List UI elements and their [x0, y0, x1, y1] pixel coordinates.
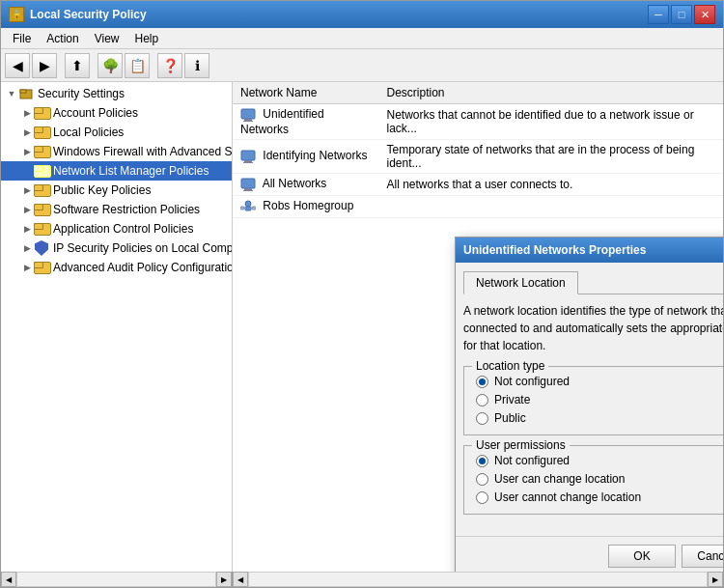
tree-root-label: Security Settings: [38, 87, 125, 100]
tree-label: Public Key Policies: [53, 183, 151, 197]
radio-public[interactable]: Public: [476, 411, 723, 425]
menu-help[interactable]: Help: [127, 30, 167, 47]
expand-icon: ▶: [20, 222, 34, 236]
title-bar: 🔒 Local Security Policy ─ □ ✕: [1, 1, 723, 28]
menu-action[interactable]: Action: [39, 30, 86, 47]
tree-label: Account Policies: [53, 106, 138, 120]
radio-label: Not configured: [494, 454, 570, 467]
col-header-description: Description: [379, 82, 724, 104]
view-button[interactable]: 📋: [125, 53, 150, 78]
net-icon: [240, 149, 256, 164]
dialog-tab-bar: Network Location: [463, 270, 723, 294]
network-name-cell: Identifying Networks: [233, 140, 379, 174]
location-type-label: Location type: [472, 359, 548, 373]
dialog-title-text: Unidentified Networks Properties: [463, 243, 723, 257]
user-permissions-group: User permissions Not configured User can…: [463, 445, 723, 515]
radio-circle: [476, 412, 488, 425]
tree-item-ip-security[interactable]: ▶ IP Security Policies on Local Compute.…: [1, 238, 232, 258]
tree-item-public-key[interactable]: ▶ Public Key Policies: [1, 181, 232, 200]
tree-label: IP Security Policies on Local Compute...: [53, 241, 233, 255]
show-hide-tree-button[interactable]: 🌳: [97, 53, 123, 78]
cancel-button[interactable]: Cancel: [682, 545, 723, 568]
root-icon: [18, 86, 34, 101]
radio-circle: [476, 394, 488, 406]
radio-private[interactable]: Private: [476, 393, 723, 406]
tab-network-location[interactable]: Network Location: [463, 271, 578, 294]
network-name: All Networks: [263, 177, 327, 190]
tree-label: Advanced Audit Policy Configuration: [53, 261, 233, 274]
dialog-footer: OK Cancel Apply: [456, 536, 723, 572]
scroll-right-button-right[interactable]: ▶: [708, 572, 723, 587]
dialog-description: A network location identifies the type o…: [463, 302, 723, 354]
tree-item-audit-policy[interactable]: ▶ Advanced Audit Policy Configuration: [1, 258, 232, 277]
right-panel: Network Name Description: [233, 82, 723, 572]
info-button[interactable]: ℹ: [184, 53, 209, 78]
radio-not-configured-perm[interactable]: Not configured: [476, 454, 723, 467]
expand-icon: [20, 164, 34, 178]
expand-icon: ▶: [20, 106, 34, 120]
folder-icon: [34, 163, 49, 179]
tree-item-windows-firewall[interactable]: ▶ Windows Firewall with Advanced Secu...: [1, 142, 232, 161]
expand-icon: ▶: [20, 241, 34, 255]
scroll-right-button[interactable]: ▶: [216, 572, 232, 587]
radio-circle: [476, 455, 488, 467]
expand-icon: ▶: [20, 261, 34, 274]
network-desc-cell: Temporary state of networks that are in …: [379, 140, 724, 174]
tree-item-network-list[interactable]: Network List Manager Policies: [1, 161, 232, 181]
scroll-left-button[interactable]: ◀: [1, 572, 16, 587]
net-icon: [240, 107, 256, 123]
svg-rect-8: [241, 179, 255, 188]
radio-circle: [476, 473, 488, 486]
radio-not-configured-location[interactable]: Not configured: [476, 375, 723, 388]
radio-user-can-change[interactable]: User can change location: [476, 472, 723, 486]
svg-point-11: [245, 201, 251, 207]
help-button[interactable]: ❓: [157, 53, 182, 78]
dialog-body: Network Location A network location iden…: [456, 263, 723, 532]
expand-icon: ▶: [20, 183, 34, 197]
back-button[interactable]: ◀: [5, 53, 30, 78]
network-desc-cell: All networks that a user connects to.: [379, 174, 724, 196]
window-controls: ─ □ ✕: [648, 5, 715, 24]
menu-bar: File Action View Help: [1, 28, 723, 49]
close-button[interactable]: ✕: [694, 5, 715, 24]
ok-button[interactable]: OK: [608, 545, 676, 568]
minimize-button[interactable]: ─: [648, 5, 669, 24]
forward-button[interactable]: ▶: [32, 53, 57, 78]
up-button[interactable]: ⬆: [65, 53, 90, 78]
horizontal-scrollbar-left[interactable]: [16, 572, 216, 587]
network-name: Robs Homegroup: [263, 199, 353, 212]
tree-item-local-policies[interactable]: ▶ Local Policies: [1, 123, 232, 142]
network-name-cell: Robs Homegroup: [233, 196, 379, 218]
table-row[interactable]: Robs Homegroup: [233, 196, 723, 218]
table-row[interactable]: Unidentified Networks Networks that cann…: [233, 104, 723, 140]
tree-panel: ▼ Security Settings ▶ Account Policies: [1, 82, 233, 572]
network-desc-cell: [379, 196, 724, 218]
folder-icon: [34, 105, 49, 121]
content-area: ▼ Security Settings ▶ Account Policies: [1, 82, 723, 572]
menu-view[interactable]: View: [87, 30, 127, 47]
radio-user-cannot-change[interactable]: User cannot change location: [476, 490, 723, 504]
table-row[interactable]: All Networks All networks that a user co…: [233, 174, 723, 196]
scroll-left-button-right[interactable]: ◀: [233, 572, 248, 587]
menu-file[interactable]: File: [5, 30, 39, 47]
folder-icon: [34, 202, 49, 217]
folder-icon: [34, 144, 49, 159]
tree-item-app-control[interactable]: ▶ Application Control Policies: [1, 219, 232, 238]
radio-label: Public: [494, 411, 526, 425]
radio-label: User cannot change location: [494, 490, 641, 504]
table-row[interactable]: Identifying Networks Temporary state of …: [233, 140, 723, 174]
net-icon: [240, 199, 256, 214]
svg-rect-6: [244, 160, 252, 162]
tree-root[interactable]: ▼ Security Settings: [1, 84, 232, 103]
horizontal-scrollbar-right[interactable]: [248, 572, 708, 587]
location-type-group: Location type Not configured Private: [463, 366, 723, 435]
svg-rect-3: [244, 119, 252, 121]
svg-rect-9: [244, 188, 252, 190]
window-icon: 🔒: [9, 7, 24, 22]
svg-rect-1: [20, 90, 26, 93]
col-header-name: Network Name: [233, 82, 379, 104]
restore-button[interactable]: □: [671, 5, 692, 24]
tree-item-account-policies[interactable]: ▶ Account Policies: [1, 103, 232, 123]
bottom-panel: ◀ ▶ ◀ ▶: [1, 572, 723, 587]
tree-item-software-restriction[interactable]: ▶ Software Restriction Policies: [1, 200, 232, 219]
